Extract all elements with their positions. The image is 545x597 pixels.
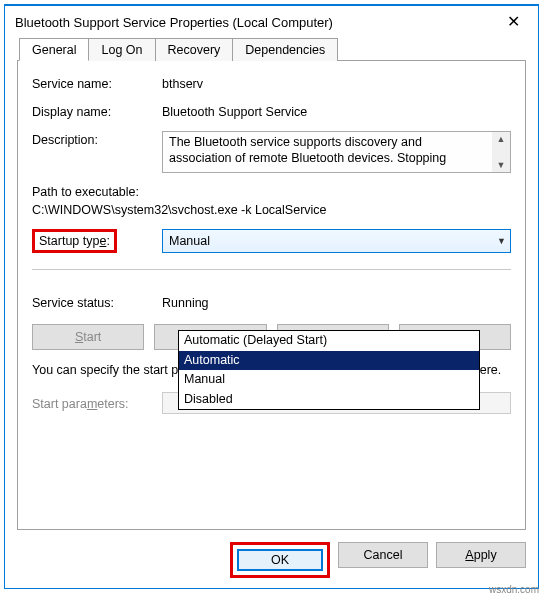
- value-path: C:\WINDOWS\system32\svchost.exe -k Local…: [32, 203, 511, 217]
- scroll-up-icon[interactable]: ▲: [497, 134, 506, 144]
- value-display-name: Bluetooth Support Service: [162, 103, 511, 119]
- chevron-down-icon: ▼: [497, 236, 506, 246]
- label-description: Description:: [32, 131, 162, 147]
- tab-recovery[interactable]: Recovery: [155, 38, 234, 61]
- description-text: The Bluetooth service supports discovery…: [163, 132, 492, 172]
- tab-body: Service name: bthserv Display name: Blue…: [17, 60, 526, 530]
- dropdown-option-disabled[interactable]: Disabled: [179, 390, 479, 410]
- label-service-status: Service status:: [32, 294, 162, 310]
- start-button: Start: [32, 324, 144, 350]
- startup-type-dropdown[interactable]: Automatic (Delayed Start) Automatic Manu…: [178, 330, 480, 410]
- dropdown-option-automatic[interactable]: Automatic: [179, 351, 479, 371]
- tab-dependencies[interactable]: Dependencies: [232, 38, 338, 61]
- tab-log-on[interactable]: Log On: [88, 38, 155, 61]
- label-path: Path to executable:: [32, 185, 511, 199]
- value-service-name: bthserv: [162, 75, 511, 91]
- dropdown-option-automatic-delayed[interactable]: Automatic (Delayed Start): [179, 331, 479, 351]
- titlebar: Bluetooth Support Service Properties (Lo…: [5, 6, 538, 34]
- cancel-button[interactable]: Cancel: [338, 542, 428, 568]
- dialog-footer: OK Cancel Apply: [5, 530, 538, 588]
- description-box: The Bluetooth service supports discovery…: [162, 131, 511, 173]
- scroll-down-icon[interactable]: ▼: [497, 160, 506, 170]
- client-area: General Log On Recovery Dependencies Ser…: [5, 34, 538, 530]
- close-icon[interactable]: ✕: [499, 12, 528, 32]
- label-display-name: Display name:: [32, 103, 162, 119]
- tabstrip: General Log On Recovery Dependencies: [17, 38, 526, 61]
- label-service-name: Service name:: [32, 75, 162, 91]
- ok-button[interactable]: OK: [237, 549, 323, 571]
- divider: [32, 269, 511, 270]
- watermark: wsxdn.com: [489, 584, 539, 593]
- value-service-status: Running: [162, 294, 511, 310]
- description-scrollbar[interactable]: ▲ ▼: [492, 132, 510, 172]
- label-startup-type: Startup type:: [39, 234, 110, 248]
- apply-button[interactable]: Apply: [436, 542, 526, 568]
- dialog-window: Bluetooth Support Service Properties (Lo…: [4, 4, 539, 589]
- startup-type-selected: Manual: [169, 234, 210, 248]
- dropdown-option-manual[interactable]: Manual: [179, 370, 479, 390]
- highlight-ok-button: OK: [230, 542, 330, 578]
- label-start-parameters: Start parameters:: [32, 395, 162, 411]
- window-title: Bluetooth Support Service Properties (Lo…: [15, 15, 333, 30]
- highlight-startup-label: Startup type:: [32, 229, 117, 253]
- tab-general[interactable]: General: [19, 38, 89, 61]
- startup-type-combobox[interactable]: Manual ▼: [162, 229, 511, 253]
